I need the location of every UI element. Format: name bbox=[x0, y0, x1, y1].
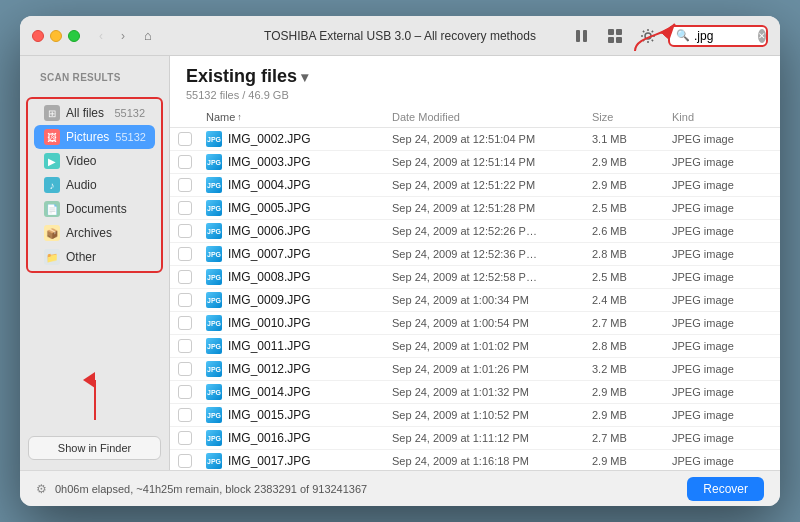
row-checkbox[interactable] bbox=[178, 132, 192, 146]
file-size: 2.9 MB bbox=[592, 179, 672, 191]
minimize-button[interactable] bbox=[50, 30, 62, 42]
home-button[interactable]: ⌂ bbox=[138, 26, 158, 46]
pictures-label: Pictures bbox=[66, 130, 109, 144]
sidebar-item-audio[interactable]: ♪ Audio bbox=[34, 173, 155, 197]
sidebar-item-archives[interactable]: 📦 Archives bbox=[34, 221, 155, 245]
pictures-count: 55132 bbox=[115, 131, 146, 143]
row-checkbox[interactable] bbox=[178, 385, 192, 399]
row-checkbox[interactable] bbox=[178, 201, 192, 215]
svg-rect-2 bbox=[608, 37, 614, 43]
file-kind: JPEG image bbox=[672, 225, 772, 237]
table-row[interactable]: JPG IMG_0002.JPG Sep 24, 2009 at 12:51:0… bbox=[170, 128, 780, 151]
file-name-cell: JPG IMG_0003.JPG bbox=[206, 154, 392, 170]
file-date: Sep 24, 2009 at 1:00:34 PM bbox=[392, 294, 592, 306]
archives-label: Archives bbox=[66, 226, 112, 240]
row-checkbox[interactable] bbox=[178, 155, 192, 169]
pictures-icon: 🖼 bbox=[44, 129, 60, 145]
table-row[interactable]: JPG IMG_0011.JPG Sep 24, 2009 at 1:01:02… bbox=[170, 335, 780, 358]
file-kind: JPEG image bbox=[672, 455, 772, 467]
table-row[interactable]: JPG IMG_0014.JPG Sep 24, 2009 at 1:01:32… bbox=[170, 381, 780, 404]
sidebar-arrow-annotation bbox=[80, 372, 110, 422]
back-button[interactable]: ‹ bbox=[92, 27, 110, 45]
file-name-cell: JPG IMG_0011.JPG bbox=[206, 338, 392, 354]
sidebar-item-video[interactable]: ▶ Video bbox=[34, 149, 155, 173]
row-checkbox[interactable] bbox=[178, 224, 192, 238]
table-row[interactable]: JPG IMG_0003.JPG Sep 24, 2009 at 12:51:1… bbox=[170, 151, 780, 174]
file-kind: JPEG image bbox=[672, 432, 772, 444]
table-row[interactable]: JPG IMG_0012.JPG Sep 24, 2009 at 1:01:26… bbox=[170, 358, 780, 381]
table-row[interactable]: JPG IMG_0009.JPG Sep 24, 2009 at 1:00:34… bbox=[170, 289, 780, 312]
table-row[interactable]: JPG IMG_0008.JPG Sep 24, 2009 at 12:52:5… bbox=[170, 266, 780, 289]
panel-subtitle: 55132 files / 46.9 GB bbox=[186, 89, 764, 101]
traffic-lights bbox=[32, 30, 80, 42]
row-checkbox[interactable] bbox=[178, 339, 192, 353]
file-icon: JPG bbox=[206, 430, 222, 446]
row-checkbox[interactable] bbox=[178, 362, 192, 376]
file-date: Sep 24, 2009 at 12:51:14 PM bbox=[392, 156, 592, 168]
forward-button[interactable]: › bbox=[114, 27, 132, 45]
file-name: IMG_0014.JPG bbox=[228, 385, 311, 399]
allfiles-count: 55132 bbox=[114, 107, 145, 119]
documents-label: Documents bbox=[66, 202, 127, 216]
file-name: IMG_0009.JPG bbox=[228, 293, 311, 307]
close-button[interactable] bbox=[32, 30, 44, 42]
file-icon: JPG bbox=[206, 453, 222, 469]
archives-icon: 📦 bbox=[44, 225, 60, 241]
table-row[interactable]: JPG IMG_0007.JPG Sep 24, 2009 at 12:52:3… bbox=[170, 243, 780, 266]
row-checkbox[interactable] bbox=[178, 454, 192, 468]
table-row[interactable]: JPG IMG_0010.JPG Sep 24, 2009 at 1:00:54… bbox=[170, 312, 780, 335]
row-checkbox[interactable] bbox=[178, 178, 192, 192]
row-checkbox[interactable] bbox=[178, 270, 192, 284]
recover-button[interactable]: Recover bbox=[687, 477, 764, 501]
table-row[interactable]: JPG IMG_0017.JPG Sep 24, 2009 at 1:16:18… bbox=[170, 450, 780, 470]
sidebar: Scan results ⊞ All files 55132 🖼 Picture… bbox=[20, 56, 170, 470]
other-icon: 📁 bbox=[44, 249, 60, 265]
sidebar-item-documents[interactable]: 📄 Documents bbox=[34, 197, 155, 221]
table-row[interactable]: JPG IMG_0005.JPG Sep 24, 2009 at 12:51:2… bbox=[170, 197, 780, 220]
table-row[interactable]: JPG IMG_0016.JPG Sep 24, 2009 at 1:11:12… bbox=[170, 427, 780, 450]
show-finder-container: Show in Finder bbox=[28, 436, 161, 460]
col-name[interactable]: Name bbox=[206, 111, 392, 123]
sidebar-item-other[interactable]: 📁 Other bbox=[34, 245, 155, 269]
file-date: Sep 24, 2009 at 12:51:04 PM bbox=[392, 133, 592, 145]
file-size: 2.7 MB bbox=[592, 432, 672, 444]
file-name: IMG_0006.JPG bbox=[228, 224, 311, 238]
file-kind: JPEG image bbox=[672, 317, 772, 329]
table-row[interactable]: JPG IMG_0004.JPG Sep 24, 2009 at 12:51:2… bbox=[170, 174, 780, 197]
title-dropdown-arrow[interactable]: ▾ bbox=[301, 69, 308, 85]
search-input[interactable] bbox=[694, 29, 754, 43]
file-kind: JPEG image bbox=[672, 248, 772, 260]
file-kind: JPEG image bbox=[672, 386, 772, 398]
file-name-cell: JPG IMG_0008.JPG bbox=[206, 269, 392, 285]
file-size: 2.9 MB bbox=[592, 156, 672, 168]
sidebar-item-allfiles[interactable]: ⊞ All files 55132 bbox=[34, 101, 155, 125]
sidebar-items-container: ⊞ All files 55132 🖼 Pictures 55132 ▶ Vid… bbox=[26, 97, 163, 273]
panel-title: Existing files ▾ bbox=[186, 66, 764, 87]
file-date: Sep 24, 2009 at 1:00:54 PM bbox=[392, 317, 592, 329]
show-finder-button[interactable]: Show in Finder bbox=[28, 436, 161, 460]
row-checkbox[interactable] bbox=[178, 247, 192, 261]
file-name: IMG_0016.JPG bbox=[228, 431, 311, 445]
window-title: TOSHIBA External USB 3.0 – All recovery … bbox=[264, 29, 536, 43]
row-checkbox[interactable] bbox=[178, 293, 192, 307]
search-box[interactable]: 🔍 ✕ bbox=[668, 25, 768, 47]
row-checkbox[interactable] bbox=[178, 408, 192, 422]
table-row[interactable]: JPG IMG_0006.JPG Sep 24, 2009 at 12:52:2… bbox=[170, 220, 780, 243]
file-name: IMG_0005.JPG bbox=[228, 201, 311, 215]
file-size: 2.9 MB bbox=[592, 455, 672, 467]
file-size: 2.8 MB bbox=[592, 340, 672, 352]
view-options-button[interactable] bbox=[604, 24, 628, 48]
documents-icon: 📄 bbox=[44, 201, 60, 217]
pause-button[interactable] bbox=[572, 24, 596, 48]
maximize-button[interactable] bbox=[68, 30, 80, 42]
file-size: 2.6 MB bbox=[592, 225, 672, 237]
main-panel: Existing files ▾ 55132 files / 46.9 GB N… bbox=[170, 56, 780, 470]
file-table[interactable]: Name Date Modified Size Kind JPG IMG_000… bbox=[170, 107, 780, 470]
row-checkbox[interactable] bbox=[178, 431, 192, 445]
sidebar-item-pictures[interactable]: 🖼 Pictures 55132 bbox=[34, 125, 155, 149]
settings-button[interactable] bbox=[636, 24, 660, 48]
col-checkbox bbox=[178, 111, 206, 123]
table-row[interactable]: JPG IMG_0015.JPG Sep 24, 2009 at 1:10:52… bbox=[170, 404, 780, 427]
search-clear-button[interactable]: ✕ bbox=[758, 29, 766, 43]
row-checkbox[interactable] bbox=[178, 316, 192, 330]
